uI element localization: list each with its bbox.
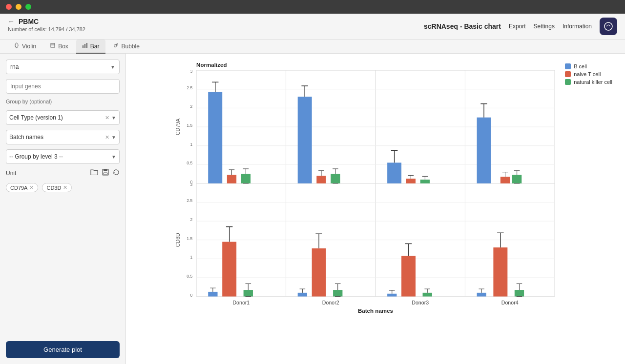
box-icon	[50, 42, 56, 50]
header-actions: Export Settings Information	[509, 23, 592, 30]
unit-label: Unit	[6, 170, 16, 177]
header-right: scRNAseq - Basic chart Export Settings I…	[424, 18, 617, 39]
donor2-label: Donor2	[322, 300, 339, 305]
x-axis-label: Batch names	[358, 308, 393, 314]
cell-count: Number of cells: 14,794 / 34,782	[8, 26, 85, 32]
svg-text:1: 1	[190, 142, 193, 147]
svg-text:1: 1	[190, 255, 193, 260]
unit-icons	[90, 169, 120, 177]
cd79a-donor1-naive-t-bar	[227, 175, 236, 183]
svg-point-1	[15, 43, 18, 48]
tab-bubble[interactable]: Bubble	[107, 40, 146, 54]
tab-bar[interactable]: Bar	[76, 40, 105, 54]
chevron-down-icon: ▼	[110, 64, 115, 70]
group-by-2-select[interactable]: Batch names ✕ ▼	[6, 130, 120, 144]
legend: B cell naive T cell natural killer cell	[565, 63, 612, 85]
chart-container: B cell naive T cell natural killer cell …	[134, 59, 617, 359]
chart-title: scRNAseq - Basic chart	[424, 22, 501, 30]
chart-normalized-label: Normalized	[196, 62, 227, 68]
close-button[interactable]	[6, 4, 12, 10]
cd3d-donor1-naive-t-bar	[222, 242, 236, 297]
svg-text:3: 3	[190, 69, 193, 74]
svg-rect-6	[86, 43, 87, 48]
chart-svg: Normalized 0 0.5 1	[134, 59, 617, 332]
save-icon-button[interactable]	[102, 169, 109, 177]
cd3d-donor2-nk-bar	[333, 290, 342, 297]
svg-rect-4	[83, 45, 83, 48]
minimize-button[interactable]	[16, 4, 21, 10]
rna-select[interactable]: rna ▼	[6, 60, 120, 74]
svg-text:0: 0	[190, 293, 193, 298]
svg-text:2: 2	[190, 104, 193, 109]
legend-item-naive-t: naive T cell	[565, 71, 612, 77]
svg-text:2: 2	[190, 217, 193, 222]
cd3d-donor4-bcell-bar	[477, 293, 486, 297]
app-icon	[600, 18, 617, 35]
information-button[interactable]: Information	[562, 23, 592, 30]
chevron-down-icon-4: ▼	[111, 154, 116, 160]
header-left: ← PBMC Number of cells: 14,794 / 34,782	[8, 18, 85, 32]
titlebar	[0, 0, 625, 14]
legend-swatch-nk	[565, 79, 571, 85]
cd3d-donor2-bcell-bar	[298, 293, 307, 297]
svg-point-7	[114, 45, 116, 47]
donor1-label: Donor1	[232, 300, 250, 305]
folder-icon-button[interactable]	[90, 169, 98, 177]
group-by-1-value: Cell Type (version 1)	[9, 114, 103, 121]
cd3d-donor4-naive-t-bar	[493, 247, 507, 296]
tab-box[interactable]: Box	[44, 40, 74, 54]
cd3d-donor2-naive-t-bar	[312, 248, 326, 296]
svg-rect-11	[104, 173, 107, 175]
unit-row: Unit	[6, 169, 120, 177]
maximize-button[interactable]	[25, 4, 31, 10]
cd79a-donor3-naive-t-bar	[406, 179, 416, 183]
input-genes-field[interactable]	[6, 79, 120, 94]
donor3-label: Donor3	[412, 300, 429, 305]
cd3d-donor3-bcell-bar	[387, 294, 396, 297]
legend-swatch-naive-t	[565, 71, 571, 77]
reset-icon-button[interactable]	[113, 169, 120, 177]
tag-cd3d: CD3D ✕	[42, 183, 72, 192]
cd79a-donor1-bcell-bar	[208, 92, 222, 183]
group-by-3-value: -- Group by level 3 --	[9, 153, 109, 160]
generate-plot-button[interactable]: Generate plot	[6, 341, 120, 358]
legend-swatch-bcell	[565, 63, 571, 69]
remove-cd79a-button[interactable]: ✕	[29, 184, 34, 191]
bar-icon	[82, 42, 88, 50]
group-by-3-select[interactable]: -- Group by level 3 -- ▼	[6, 149, 120, 164]
clear-group-2-button[interactable]: ✕	[105, 134, 109, 141]
cd3d-donor3-nk-bar	[423, 293, 432, 297]
legend-label-nk: natural killer cell	[574, 79, 612, 85]
export-button[interactable]: Export	[509, 23, 526, 30]
remove-cd3d-button[interactable]: ✕	[63, 184, 67, 191]
cd79a-donor2-nk-bar	[331, 174, 340, 183]
legend-label-bcell: B cell	[574, 63, 587, 69]
cd79a-donor3-nk-bar	[420, 180, 430, 183]
app-window: ← PBMC Number of cells: 14,794 / 34,782 …	[0, 14, 625, 364]
cd79a-donor2-bcell-bar	[298, 97, 312, 183]
svg-text:1.5: 1.5	[187, 123, 192, 128]
cd79a-donor4-nk-bar	[512, 175, 521, 183]
violin-icon	[14, 42, 20, 50]
chevron-down-icon-3: ▼	[111, 135, 116, 140]
svg-text:CD3D: CD3D	[175, 233, 181, 247]
svg-text:1.5: 1.5	[187, 236, 192, 241]
svg-point-8	[116, 44, 118, 45]
settings-button[interactable]: Settings	[534, 23, 555, 30]
tags-row: CD79A ✕ CD3D ✕	[6, 183, 120, 192]
cd79a-donor2-naive-t-bar	[316, 176, 326, 183]
svg-text:2.5: 2.5	[187, 198, 192, 203]
rna-select-value: rna	[10, 63, 110, 70]
group-by-2-value: Batch names	[9, 134, 103, 141]
tabs-bar: Violin Box Bar Bubble	[0, 40, 625, 54]
svg-text:3: 3	[190, 182, 193, 187]
group-by-1-select[interactable]: Cell Type (version 1) ✕ ▼	[6, 110, 120, 125]
clear-group-1-button[interactable]: ✕	[105, 115, 109, 121]
tab-violin[interactable]: Violin	[8, 40, 42, 54]
cd3d-donor1-bcell-bar	[208, 292, 217, 297]
svg-text:2.5: 2.5	[187, 85, 192, 90]
sidebar: rna ▼ Group by (optional) Cell Type (ver…	[0, 54, 126, 364]
cd3d-donor1-nk-bar	[244, 290, 253, 297]
bubble-icon	[113, 42, 119, 50]
svg-text:0.5: 0.5	[187, 161, 192, 165]
